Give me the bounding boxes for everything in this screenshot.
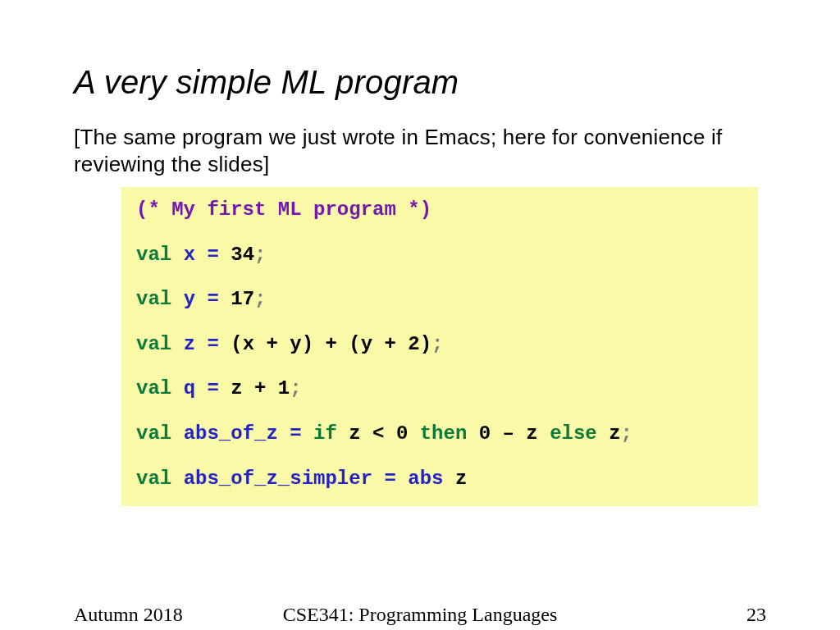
slide-title: A very simple ML program [74,64,766,101]
footer-course: CSE341: Programming Languages [0,604,840,626]
code-line-val-y: val y = 17; [136,288,743,311]
code-line-val-z: val z = (x + y) + (y + 2); [136,333,743,356]
code-line-val-x: val x = 34; [136,244,743,267]
slide: A very simple ML program [The same progr… [0,0,840,630]
footer-page-number: 23 [746,604,766,626]
code-block: (* My first ML program *) val x = 34; va… [121,187,758,506]
slide-subtitle: [The same program we just wrote in Emacs… [74,124,766,177]
code-line-abs-of-z-simpler: val abs_of_z_simpler = abs z [136,468,743,491]
code-line-val-q: val q = z + 1; [136,377,743,400]
code-line-abs-of-z: val abs_of_z = if z < 0 then 0 – z else … [136,422,743,445]
code-comment: (* My first ML program *) [136,199,743,221]
